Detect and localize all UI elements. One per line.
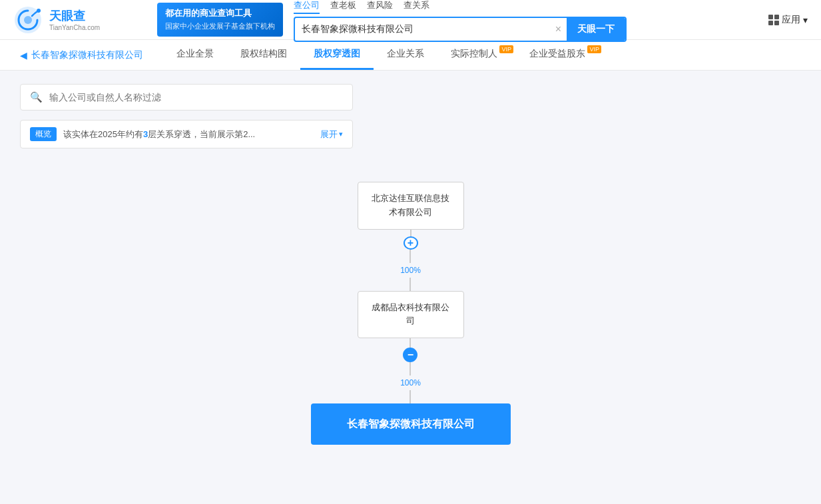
percent-1: 100% (400, 263, 421, 278)
logo-icon (13, 5, 43, 35)
apps-chevron: ▾ (803, 15, 808, 25)
logo-area: 天眼查 TianYanCha.com (13, 5, 146, 35)
tree-container: 北京达佳互联信息技 术有限公司 + 100% 成都品衣科技有限公 司 − (311, 182, 511, 455)
apps-button[interactable]: 应用 ▾ (768, 14, 808, 26)
ad-line1: 都在用的商业查询工具 (165, 7, 275, 21)
main-content: 🔍 概览 该实体在2025年约有3层关系穿透，当前展示第2... 展开 ▾ 北京… (0, 71, 821, 481)
segment-1-top: + (404, 230, 418, 250)
tab-enterprise-overview[interactable]: 企业全景 (163, 40, 227, 70)
search-button[interactable]: 天眼一下 (567, 18, 625, 41)
search-input-row: × 天眼一下 (294, 17, 627, 42)
back-link[interactable]: ◀ 长春智象探微科技有限公司 (20, 49, 143, 61)
apps-icon (768, 15, 779, 25)
search-tab-boss[interactable]: 查老板 (330, 0, 356, 14)
header: 天眼查 TianYanCha.com 都在用的商业查询工具 国家中小企业发展子基… (0, 0, 821, 40)
overview-bar: 概览 该实体在2025年约有3层关系穿透，当前展示第2... 展开 ▾ (20, 120, 353, 148)
tree-node-2[interactable]: 成都品衣科技有限公 司 (358, 291, 464, 339)
segment-1-mid: 100% (400, 250, 421, 291)
node2-label: 成都品衣科技有限公 司 (372, 302, 449, 326)
collapse-node2-button[interactable]: − (403, 348, 417, 362)
filter-box: 🔍 (20, 84, 353, 111)
logo-sub: TianYanCha.com (49, 24, 100, 31)
search-input[interactable] (295, 20, 550, 39)
sub-nav: ◀ 长春智象探微科技有限公司 企业全景 股权结构图 股权穿透图 企业关系 实际控… (0, 40, 821, 71)
tree-node-main[interactable]: 长春智象探微科技有限公司 (311, 403, 511, 445)
search-tab-risk[interactable]: 查风险 (367, 0, 393, 14)
node1-label: 北京达佳互联信息技 术有限公司 (372, 193, 449, 217)
overview-text-before: 该实体在2025年约有 (63, 129, 143, 139)
tab-actual-controller[interactable]: 实际控制人 VIP (437, 40, 516, 70)
header-right: 应用 ▾ (768, 14, 808, 26)
expand-label: 展开 (320, 128, 338, 140)
logo-name: 天眼查 (49, 8, 100, 24)
search-tabs: 查公司 查老板 查风险 查关系 (294, 0, 627, 14)
main-node-label: 长春智象探微科技有限公司 (347, 418, 475, 429)
overview-text: 该实体在2025年约有3层关系穿透，当前展示第2... (63, 128, 314, 140)
back-label: 长春智象探微科技有限公司 (31, 49, 143, 61)
vip-badge-2: VIP (587, 45, 601, 53)
percent-2: 100% (400, 376, 421, 390)
ad-banner: 都在用的商业查询工具 国家中小企业发展子基金旗下机构 (157, 3, 283, 36)
vip-badge-1: VIP (499, 45, 513, 53)
tab-enterprise-relation[interactable]: 企业关系 (374, 40, 437, 70)
svg-point-1 (24, 16, 32, 24)
svg-point-2 (37, 9, 41, 13)
back-arrow-icon: ◀ (20, 50, 27, 61)
tree-area: 北京达佳互联信息技 术有限公司 + 100% 成都品衣科技有限公 司 − (20, 168, 801, 468)
tab-equity-structure[interactable]: 股权结构图 (227, 40, 300, 70)
logo-text: 天眼查 TianYanCha.com (49, 8, 100, 31)
apps-label: 应用 (782, 14, 800, 26)
ad-line2: 国家中小企业发展子基金旗下机构 (165, 21, 275, 33)
expand-node1-button[interactable]: + (404, 236, 418, 250)
overview-label: 概览 (30, 127, 57, 141)
tab-beneficial-shareholder[interactable]: 企业受益股东 VIP (516, 40, 604, 70)
search-tab-relation[interactable]: 查关系 (404, 0, 429, 14)
filter-input[interactable] (49, 92, 343, 103)
segment-2-top: − 100% (400, 338, 421, 403)
search-icon: 🔍 (30, 91, 43, 103)
search-tab-company[interactable]: 查公司 (294, 0, 320, 14)
nav-tabs: 企业全景 股权结构图 股权穿透图 企业关系 实际控制人 VIP 企业受益股东 V… (163, 40, 604, 70)
tab-equity-penetration[interactable]: 股权穿透图 (300, 40, 374, 70)
expand-button[interactable]: 展开 ▾ (320, 128, 343, 140)
chevron-down-icon: ▾ (339, 130, 343, 138)
search-area: 查公司 查老板 查风险 查关系 × 天眼一下 (294, 0, 627, 42)
search-clear-button[interactable]: × (550, 23, 567, 35)
tree-node-1[interactable]: 北京达佳互联信息技 术有限公司 (358, 182, 464, 230)
overview-text-after: 层关系穿透，当前展示第2... (148, 129, 255, 139)
